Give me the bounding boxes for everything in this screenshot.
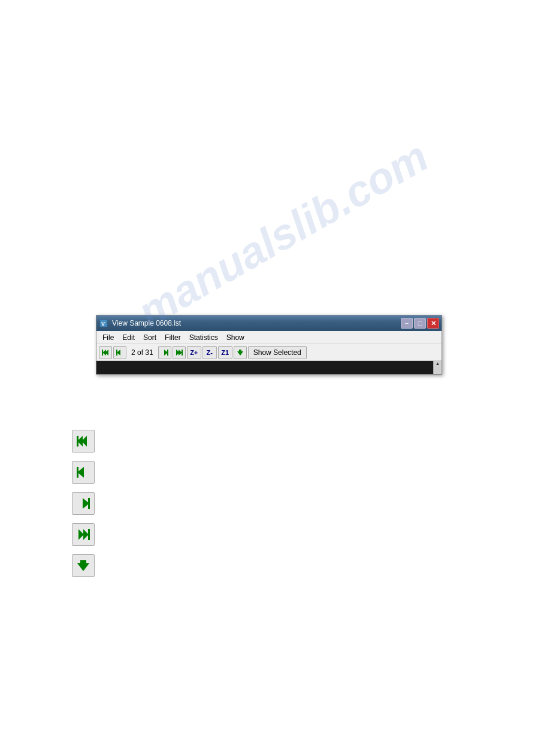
app-icon: V (99, 318, 108, 328)
window-controls: − □ ✕ (401, 318, 439, 329)
main-window: V View Sample 0608.lst − □ ✕ File Edit S… (96, 315, 442, 375)
menu-edit[interactable]: Edit (119, 332, 138, 343)
svg-rect-8 (167, 350, 168, 356)
vertical-scrollbar[interactable]: ▲ (433, 361, 442, 374)
svg-rect-3 (102, 350, 103, 356)
title-bar: V View Sample 0608.lst − □ ✕ (96, 315, 442, 331)
svg-rect-14 (77, 436, 78, 447)
last-page-button[interactable] (173, 346, 186, 359)
prev-page-button[interactable] (113, 346, 126, 359)
large-download-icon[interactable] (72, 554, 95, 577)
window-title: View Sample 0608.lst (111, 319, 398, 327)
close-button[interactable]: ✕ (427, 318, 439, 329)
large-last-page-icon[interactable] (72, 523, 95, 546)
download-button[interactable] (234, 346, 247, 359)
content-area: ▲ (96, 361, 442, 374)
menu-sort[interactable]: Sort (140, 332, 160, 343)
svg-rect-6 (116, 350, 117, 356)
menu-statistics[interactable]: Statistics (186, 332, 222, 343)
large-first-page-icon[interactable] (72, 430, 95, 453)
menu-file[interactable]: File (99, 332, 117, 343)
next-page-button[interactable] (158, 346, 171, 359)
zoom-minus-button[interactable]: Z- (202, 346, 217, 359)
large-prev-page-icon[interactable] (72, 461, 95, 484)
menu-bar: File Edit Sort Filter Statistics Show (96, 331, 442, 344)
svg-marker-23 (77, 560, 89, 571)
svg-rect-19 (88, 498, 90, 509)
page-label: 2 of 31 (128, 348, 157, 357)
toolbar: 2 of 31 Z+ Z- Z1 (96, 344, 442, 361)
watermark: manualslib.com (129, 131, 436, 336)
maximize-button[interactable]: □ (414, 318, 426, 329)
minimize-button[interactable]: − (401, 318, 413, 329)
svg-text:V: V (101, 321, 105, 327)
svg-marker-22 (83, 529, 89, 540)
first-page-button[interactable] (99, 346, 112, 359)
menu-filter[interactable]: Filter (161, 332, 185, 343)
zoom-plus-button[interactable]: Z+ (187, 346, 201, 359)
zoom-one-button[interactable]: Z1 (218, 346, 232, 359)
menu-show[interactable]: Show (223, 332, 248, 343)
show-selected-button[interactable]: Show Selected (248, 346, 307, 359)
svg-marker-20 (78, 529, 84, 540)
large-next-page-icon[interactable] (72, 492, 95, 515)
svg-rect-17 (77, 467, 78, 478)
scroll-up-arrow[interactable]: ▲ (436, 361, 440, 366)
svg-marker-12 (237, 350, 243, 356)
